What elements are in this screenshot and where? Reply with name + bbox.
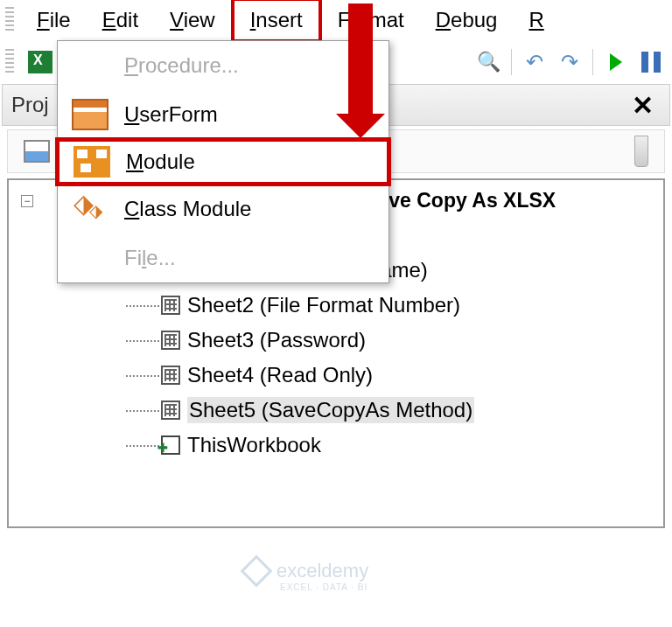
watermark-logo-icon [241,555,273,588]
break-button[interactable] [635,46,667,78]
menu-insert[interactable]: Insert [231,0,322,43]
tree-connector [126,340,159,342]
project-explorer-title: Proj [11,93,49,117]
menu-debug[interactable]: Debug [420,1,514,39]
menu-file[interactable]: File [21,1,87,39]
toolbar-grip-2 [5,49,14,75]
run-button[interactable] [600,46,632,78]
view-code-icon[interactable] [24,140,50,163]
sheet-label: Sheet4 (Read Only) [187,363,373,387]
divider [592,49,593,75]
workbook-label: ThisWorkbook [187,433,321,457]
undo-icon: ↶ [526,50,543,74]
menu-edit[interactable]: Edit [87,1,154,39]
redo-icon: ↷ [561,50,578,74]
menu-view[interactable]: View [154,1,231,39]
dd-module[interactable]: Module [55,137,391,186]
dd-file: File... [58,233,388,282]
excel-icon [28,51,52,73]
tree-connector [126,410,159,412]
redo-button[interactable]: ↷ [554,46,585,78]
menu-run[interactable]: R [513,1,559,39]
worksheet-icon [161,366,180,385]
class-module-icon [72,193,108,225]
dd-procedure: Procedure... [58,41,388,90]
tree-connector [126,305,159,307]
tree-item-sheet4[interactable]: Sheet4 (Read Only) [161,358,660,393]
tree-item-sheet3[interactable]: Sheet3 (Password) [161,323,660,358]
watermark-brand: exceldemy [276,560,368,582]
undo-button[interactable]: ↶ [519,46,550,78]
module-icon [74,146,110,178]
sheet-label: Sheet5 (SaveCopyAs Method) [187,397,474,423]
insert-dropdown: Procedure... UserForm Module Class Modul… [57,40,389,283]
toolbar-grip [5,7,14,33]
watermark-sub: EXCEL · DATA · BI [280,582,368,592]
pause-icon [641,52,661,73]
tree-item-sheet2[interactable]: Sheet2 (File Format Number) [161,288,660,323]
toolbar-grip-3 [634,136,648,167]
close-button[interactable]: ✕ [625,90,661,121]
tree-item-sheet5[interactable]: Sheet5 (SaveCopyAs Method) [161,393,660,428]
blank-icon [72,50,108,81]
worksheet-icon [161,331,180,350]
userform-icon [72,99,108,130]
tree-item-thisworkbook[interactable]: ThisWorkbook [161,428,660,463]
play-icon [610,53,622,71]
worksheet-icon [161,401,180,420]
workbook-icon [161,435,180,455]
blank-icon [72,242,108,274]
annotation-arrow [348,3,373,117]
tree-connector [126,375,159,377]
sheet-label: Sheet3 (Password) [187,328,366,352]
divider [511,49,512,75]
find-button[interactable]: 🔍 [472,46,504,78]
excel-button[interactable] [24,46,56,78]
binoculars-icon: 🔍 [477,51,500,73]
tree-connector [126,445,159,447]
collapse-icon[interactable]: − [21,195,33,207]
menubar: File Edit View Insert Format Debug R [0,0,672,40]
watermark: exceldemy EXCEL · DATA · BI [245,560,368,582]
sheet-label: Sheet2 (File Format Number) [187,293,460,317]
dd-classmodule[interactable]: Class Module [58,185,388,233]
worksheet-icon [161,296,180,315]
